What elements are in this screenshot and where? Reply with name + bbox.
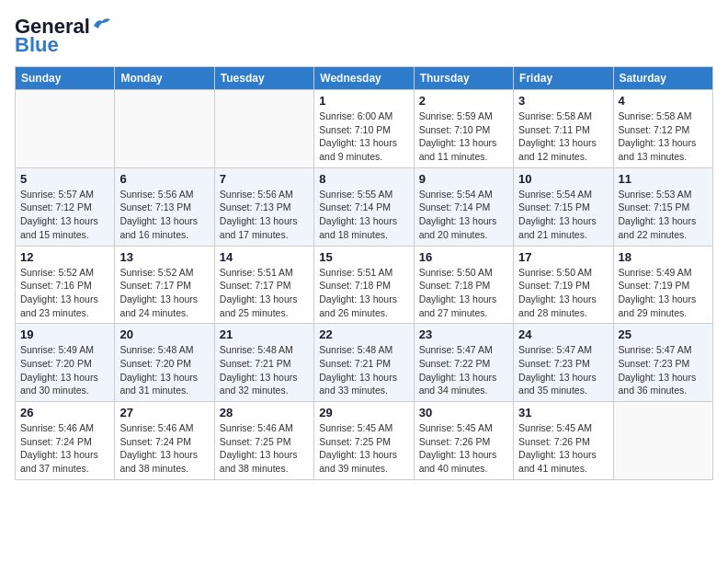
calendar-cell: 12Sunrise: 5:52 AMSunset: 7:16 PMDayligh… <box>16 246 115 324</box>
day-number: 5 <box>20 172 109 186</box>
day-number: 27 <box>119 406 209 419</box>
day-info: Sunrise: 5:46 AMSunset: 7:25 PMDaylight:… <box>220 421 309 476</box>
calendar-cell: 16Sunrise: 5:50 AMSunset: 7:18 PMDayligh… <box>414 246 513 324</box>
calendar-header-wednesday: Wednesday <box>314 67 414 90</box>
day-number: 15 <box>319 250 408 264</box>
day-info: Sunrise: 5:48 AMSunset: 7:20 PMDaylight:… <box>119 343 209 397</box>
day-number: 23 <box>419 327 508 341</box>
calendar-week-5: 26Sunrise: 5:46 AMSunset: 7:24 PMDayligh… <box>16 402 713 480</box>
day-info: Sunrise: 5:54 AMSunset: 7:15 PMDaylight:… <box>518 188 608 242</box>
calendar-header-row: SundayMondayTuesdayWednesdayThursdayFrid… <box>16 67 713 90</box>
day-info: Sunrise: 5:54 AMSunset: 7:14 PMDaylight:… <box>419 188 508 242</box>
day-info: Sunrise: 5:55 AMSunset: 7:14 PMDaylight:… <box>319 188 408 242</box>
day-number: 4 <box>619 94 708 108</box>
day-info: Sunrise: 6:00 AMSunset: 7:10 PMDaylight:… <box>319 109 408 164</box>
day-number: 28 <box>220 406 309 419</box>
day-number: 2 <box>419 94 508 108</box>
calendar-header-tuesday: Tuesday <box>214 67 313 90</box>
day-info: Sunrise: 5:45 AMSunset: 7:26 PMDaylight:… <box>419 421 508 476</box>
day-info: Sunrise: 5:45 AMSunset: 7:25 PMDaylight:… <box>319 421 408 476</box>
calendar-header-friday: Friday <box>514 67 613 90</box>
day-info: Sunrise: 5:52 AMSunset: 7:17 PMDaylight:… <box>119 266 209 320</box>
day-info: Sunrise: 5:49 AMSunset: 7:20 PMDaylight:… <box>20 343 109 397</box>
calendar-cell: 18Sunrise: 5:49 AMSunset: 7:19 PMDayligh… <box>613 246 712 324</box>
calendar-cell: 7Sunrise: 5:56 AMSunset: 7:13 PMDaylight… <box>214 167 313 246</box>
calendar-cell: 23Sunrise: 5:47 AMSunset: 7:22 PMDayligh… <box>414 324 513 402</box>
day-info: Sunrise: 5:58 AMSunset: 7:12 PMDaylight:… <box>619 109 708 164</box>
day-number: 30 <box>419 406 508 419</box>
calendar-week-1: 1Sunrise: 6:00 AMSunset: 7:10 PMDaylight… <box>16 90 713 168</box>
calendar-week-3: 12Sunrise: 5:52 AMSunset: 7:16 PMDayligh… <box>16 246 713 324</box>
calendar-cell: 15Sunrise: 5:51 AMSunset: 7:18 PMDayligh… <box>314 246 414 324</box>
day-number: 14 <box>220 250 309 264</box>
day-info: Sunrise: 5:52 AMSunset: 7:16 PMDaylight:… <box>20 266 109 320</box>
day-number: 24 <box>518 327 608 341</box>
calendar-cell: 11Sunrise: 5:53 AMSunset: 7:15 PMDayligh… <box>613 167 712 246</box>
calendar-cell <box>115 90 214 168</box>
day-info: Sunrise: 5:56 AMSunset: 7:13 PMDaylight:… <box>220 188 309 242</box>
day-number: 22 <box>319 327 408 341</box>
calendar-cell: 30Sunrise: 5:45 AMSunset: 7:26 PMDayligh… <box>414 402 513 480</box>
day-info: Sunrise: 5:58 AMSunset: 7:11 PMDaylight:… <box>518 109 608 164</box>
calendar-cell: 21Sunrise: 5:48 AMSunset: 7:21 PMDayligh… <box>214 324 313 402</box>
day-number: 9 <box>419 172 508 186</box>
calendar-cell: 8Sunrise: 5:55 AMSunset: 7:14 PMDaylight… <box>314 167 414 246</box>
day-number: 21 <box>220 327 309 341</box>
calendar-cell: 28Sunrise: 5:46 AMSunset: 7:25 PMDayligh… <box>214 402 313 480</box>
day-info: Sunrise: 5:49 AMSunset: 7:19 PMDaylight:… <box>619 266 708 320</box>
calendar-cell <box>214 90 313 168</box>
day-info: Sunrise: 5:47 AMSunset: 7:23 PMDaylight:… <box>619 343 708 397</box>
day-number: 3 <box>518 94 608 108</box>
calendar-cell: 27Sunrise: 5:46 AMSunset: 7:24 PMDayligh… <box>115 402 214 480</box>
logo-blue: Blue <box>15 33 59 57</box>
day-number: 26 <box>20 406 109 419</box>
day-info: Sunrise: 5:45 AMSunset: 7:26 PMDaylight:… <box>518 421 608 476</box>
day-number: 19 <box>20 327 109 341</box>
day-info: Sunrise: 5:47 AMSunset: 7:22 PMDaylight:… <box>419 343 508 397</box>
calendar-cell: 4Sunrise: 5:58 AMSunset: 7:12 PMDaylight… <box>613 90 712 168</box>
day-number: 8 <box>319 172 408 186</box>
calendar-cell: 20Sunrise: 5:48 AMSunset: 7:20 PMDayligh… <box>115 324 214 402</box>
calendar-cell <box>16 90 115 168</box>
day-number: 20 <box>119 327 209 341</box>
calendar-cell: 2Sunrise: 5:59 AMSunset: 7:10 PMDaylight… <box>414 90 513 168</box>
day-info: Sunrise: 5:59 AMSunset: 7:10 PMDaylight:… <box>419 109 508 164</box>
calendar-cell: 14Sunrise: 5:51 AMSunset: 7:17 PMDayligh… <box>214 246 313 324</box>
calendar-week-2: 5Sunrise: 5:57 AMSunset: 7:12 PMDaylight… <box>16 167 713 246</box>
day-number: 7 <box>220 172 309 186</box>
logo: General Blue <box>15 15 112 57</box>
calendar-cell: 6Sunrise: 5:56 AMSunset: 7:13 PMDaylight… <box>115 167 214 246</box>
calendar-table: SundayMondayTuesdayWednesdayThursdayFrid… <box>15 66 713 480</box>
day-info: Sunrise: 5:47 AMSunset: 7:23 PMDaylight:… <box>518 343 608 397</box>
day-number: 18 <box>619 250 708 264</box>
calendar-cell: 1Sunrise: 6:00 AMSunset: 7:10 PMDaylight… <box>314 90 414 168</box>
calendar-cell: 22Sunrise: 5:48 AMSunset: 7:21 PMDayligh… <box>314 324 414 402</box>
calendar-header-thursday: Thursday <box>414 67 513 90</box>
calendar-cell: 19Sunrise: 5:49 AMSunset: 7:20 PMDayligh… <box>16 324 115 402</box>
day-info: Sunrise: 5:50 AMSunset: 7:19 PMDaylight:… <box>518 266 608 320</box>
calendar-cell: 24Sunrise: 5:47 AMSunset: 7:23 PMDayligh… <box>514 324 613 402</box>
day-number: 12 <box>20 250 109 264</box>
day-number: 13 <box>119 250 209 264</box>
day-number: 11 <box>619 172 708 186</box>
day-number: 25 <box>619 327 708 341</box>
calendar-cell: 29Sunrise: 5:45 AMSunset: 7:25 PMDayligh… <box>314 402 414 480</box>
calendar-cell: 9Sunrise: 5:54 AMSunset: 7:14 PMDaylight… <box>414 167 513 246</box>
calendar-cell <box>613 402 712 480</box>
calendar-header-monday: Monday <box>115 67 214 90</box>
day-number: 16 <box>419 250 508 264</box>
day-number: 29 <box>319 406 408 419</box>
day-number: 17 <box>518 250 608 264</box>
day-number: 10 <box>518 172 608 186</box>
day-info: Sunrise: 5:50 AMSunset: 7:18 PMDaylight:… <box>419 266 508 320</box>
calendar-cell: 10Sunrise: 5:54 AMSunset: 7:15 PMDayligh… <box>514 167 613 246</box>
logo-bird-icon <box>92 17 112 33</box>
calendar-cell: 13Sunrise: 5:52 AMSunset: 7:17 PMDayligh… <box>115 246 214 324</box>
day-info: Sunrise: 5:51 AMSunset: 7:18 PMDaylight:… <box>319 266 408 320</box>
calendar-cell: 25Sunrise: 5:47 AMSunset: 7:23 PMDayligh… <box>613 324 712 402</box>
day-info: Sunrise: 5:48 AMSunset: 7:21 PMDaylight:… <box>220 343 309 397</box>
day-info: Sunrise: 5:46 AMSunset: 7:24 PMDaylight:… <box>20 421 109 476</box>
day-info: Sunrise: 5:57 AMSunset: 7:12 PMDaylight:… <box>20 188 109 242</box>
day-info: Sunrise: 5:53 AMSunset: 7:15 PMDaylight:… <box>619 188 708 242</box>
day-info: Sunrise: 5:56 AMSunset: 7:13 PMDaylight:… <box>119 188 209 242</box>
